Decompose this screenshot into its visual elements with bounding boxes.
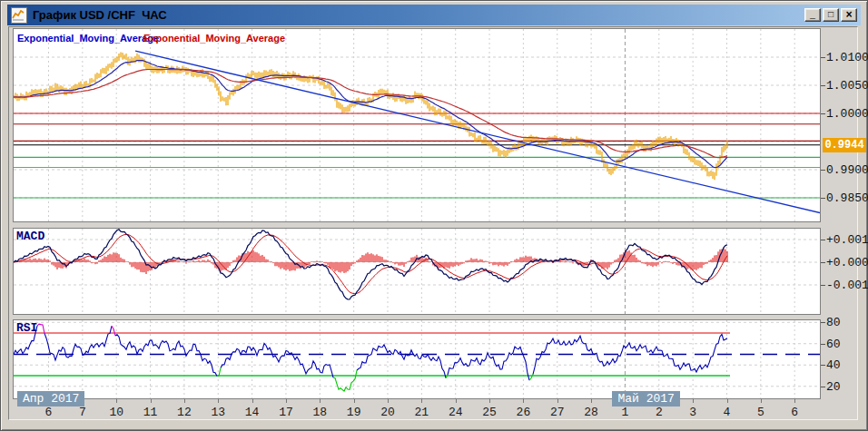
- rsi-panel[interactable]: [13, 319, 821, 399]
- time-axis-tick: [591, 399, 592, 403]
- macd-scale-label: +0.000: [826, 256, 868, 269]
- price-scale-tick: [821, 85, 825, 86]
- price-scale-label: 0.9850: [826, 191, 868, 205]
- window-controls: _ □ ×: [804, 8, 857, 22]
- time-axis-tick: [761, 399, 762, 403]
- macd-panel[interactable]: [13, 228, 821, 315]
- time-axis-label: 18: [306, 406, 333, 419]
- time-axis-label: 14: [239, 406, 266, 419]
- current-price-box: 0.9944: [823, 138, 866, 152]
- price-chart-panel[interactable]: [13, 28, 821, 222]
- time-axis-label: 19: [340, 406, 368, 419]
- macd-indicator-label: MACD: [16, 230, 44, 243]
- time-axis-tick: [456, 399, 457, 403]
- time-axis-label: 17: [272, 406, 300, 419]
- time-axis-tick: [794, 399, 795, 403]
- time-axis-tick: [184, 399, 185, 403]
- month-badge: Апр 2017: [17, 391, 84, 407]
- time-axis-tick: [286, 399, 287, 403]
- close-button[interactable]: ×: [841, 8, 857, 22]
- rsi-scale-label: 80: [826, 316, 841, 329]
- rsi-indicator-label: RSI: [16, 321, 37, 335]
- time-axis-label: 5: [747, 406, 774, 419]
- time-axis-tick: [557, 399, 558, 403]
- time-axis-label: 1: [611, 406, 638, 419]
- price-scale-label: 0.9900: [826, 163, 868, 177]
- rsi-scale-tick: [821, 365, 825, 366]
- time-axis-label: 24: [442, 406, 469, 419]
- rsi-scale-tick: [821, 344, 825, 345]
- macd-scale-tick: [821, 240, 825, 240]
- rsi-scale-label: 40: [826, 358, 841, 372]
- macd-scale-tick: [821, 262, 825, 263]
- time-axis-tick: [421, 399, 422, 403]
- rsi-scale-label: 20: [826, 380, 841, 394]
- minimize-button[interactable]: _: [804, 8, 821, 22]
- macd-scale-label: -0.001: [826, 279, 868, 292]
- price-scale-label: 1.0050: [826, 79, 868, 93]
- price-scale-label: 1.0000: [826, 107, 868, 121]
- time-axis-label: 12: [171, 406, 198, 419]
- macd-scale-label: +0.001: [826, 233, 868, 247]
- ema-fast-label: Exponential_Moving_Average: [17, 33, 159, 44]
- time-axis-tick: [727, 399, 728, 403]
- price-scale-tick: [821, 57, 825, 58]
- ema-slow-label: Exponential_Moving_Average: [143, 33, 285, 44]
- price-scale-label: 1.0100: [826, 51, 868, 64]
- time-axis-tick: [388, 399, 389, 403]
- time-axis-tick: [218, 399, 219, 403]
- time-axis-tick: [354, 399, 355, 403]
- time-axis-label: 6: [781, 406, 808, 419]
- time-axis-label: 20: [374, 406, 401, 419]
- month-badge: Май 2017: [612, 391, 679, 407]
- time-axis-label: 27: [544, 406, 571, 419]
- price-scale-tick: [821, 170, 825, 171]
- rsi-canvas[interactable]: [14, 320, 820, 398]
- maximize-button[interactable]: □: [823, 8, 839, 22]
- price-scale-tick: [821, 198, 825, 199]
- time-axis-label: 10: [103, 406, 130, 419]
- time-axis-label: 3: [679, 406, 706, 419]
- rsi-scale-label: 60: [826, 338, 841, 351]
- rsi-scale-tick: [821, 322, 825, 323]
- macd-scale-tick: [821, 285, 825, 286]
- rsi-scale-tick: [821, 387, 825, 387]
- time-axis-label: 7: [69, 406, 96, 419]
- time-axis-tick: [693, 399, 694, 403]
- chart-window: График USD /CHF ЧАС _ □ × Exponential_Mo…: [0, 0, 868, 431]
- time-axis-tick: [489, 399, 490, 403]
- chart-window-icon: [11, 7, 27, 24]
- time-axis-label: 11: [137, 406, 164, 419]
- price-chart-canvas[interactable]: [14, 29, 820, 221]
- time-axis-label: 4: [714, 406, 741, 419]
- macd-canvas[interactable]: [14, 229, 820, 314]
- time-axis-tick: [320, 399, 321, 403]
- time-axis-label: 26: [509, 406, 537, 419]
- window-title: График USD /CHF ЧАС: [33, 8, 167, 22]
- time-axis-tick: [151, 399, 152, 403]
- time-axis-tick: [252, 399, 253, 403]
- window-titlebar[interactable]: График USD /CHF ЧАС _ □ ×: [7, 5, 861, 25]
- price-scale-tick: [821, 113, 825, 114]
- time-axis-label: 25: [476, 406, 503, 419]
- time-axis-tick: [116, 399, 117, 403]
- time-axis-label: 13: [204, 406, 232, 419]
- time-axis-label: 6: [35, 406, 63, 419]
- time-axis-label: 28: [577, 406, 605, 419]
- time-axis-tick: [523, 399, 524, 403]
- time-axis-label: 21: [408, 406, 435, 419]
- time-axis-label: 2: [646, 406, 673, 419]
